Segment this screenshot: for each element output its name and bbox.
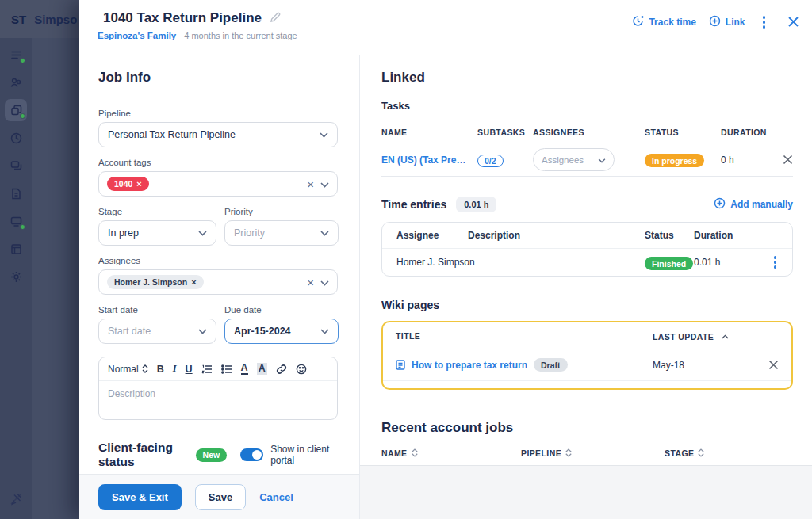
- stage-duration-note: 4 months in the current stage: [184, 31, 297, 40]
- link-label: Link: [726, 17, 745, 28]
- unpin-sidebar-button[interactable]: [9, 492, 23, 509]
- account-tags-label: Account tags: [98, 158, 338, 167]
- tasks-col-subtasks: Subtasks: [477, 128, 533, 137]
- chevron-down-icon: [198, 227, 207, 239]
- time-entry-menu-button[interactable]: [772, 254, 779, 270]
- priority-label: Priority: [224, 207, 339, 216]
- te-col-assignee: Assignee: [396, 230, 468, 241]
- chevron-down-icon: [320, 227, 329, 239]
- tasks-col-name: Name: [381, 128, 477, 137]
- top-bar: ST Simpso: [0, 0, 79, 38]
- bullet-list-icon[interactable]: [221, 364, 232, 374]
- chevron-down-icon: [598, 155, 606, 165]
- organizer-icon: [10, 242, 23, 256]
- clear-assignees-icon[interactable]: ×: [307, 277, 314, 288]
- wiki-page-link[interactable]: How to prepare tax return: [412, 360, 527, 371]
- underline-button[interactable]: U: [186, 364, 193, 375]
- more-options-button[interactable]: [758, 14, 771, 30]
- bold-button[interactable]: B: [157, 364, 164, 375]
- sidebar-item-workflow[interactable]: [5, 44, 27, 66]
- track-time-button[interactable]: Track time: [632, 15, 695, 29]
- client-account-link[interactable]: Espinoza's Family: [98, 31, 176, 40]
- modal-header: 1040 Tax Return Pipeline Espinoza's Fami…: [79, 0, 812, 55]
- time-entry-row: Homer J. Simpson Finished 0.01 h: [382, 249, 792, 276]
- task-assignees-select[interactable]: Assignees: [533, 148, 615, 171]
- close-modal-button[interactable]: [787, 16, 799, 28]
- modal-footer: Save & Exit Save Cancel: [79, 474, 359, 519]
- save-and-exit-button[interactable]: Save & Exit: [98, 484, 182, 510]
- add-manually-button[interactable]: Add manually: [714, 197, 793, 212]
- description-editor[interactable]: Normal B I U A A: [98, 357, 338, 420]
- unlink-wiki-icon[interactable]: [768, 360, 779, 370]
- unlink-task-icon[interactable]: [783, 155, 793, 165]
- sidebar-item-jobs[interactable]: [5, 99, 27, 121]
- start-date-label: Start date: [98, 305, 216, 315]
- stage-select[interactable]: In prep: [98, 220, 216, 246]
- edit-title-icon[interactable]: [270, 12, 281, 26]
- documents-icon: [10, 187, 23, 200]
- priority-select[interactable]: Priority: [224, 220, 339, 246]
- wiki-table-header: Title Last update: [383, 322, 791, 349]
- sidebar-item-clients[interactable]: [5, 71, 27, 93]
- sidebar-item-time[interactable]: [5, 127, 27, 149]
- due-date-select[interactable]: Apr-15-2024: [224, 319, 339, 344]
- rj-col-name[interactable]: Name: [381, 448, 408, 458]
- italic-button[interactable]: I: [173, 363, 177, 375]
- wiki-col-last-update[interactable]: Last update: [653, 332, 714, 342]
- app-background: ST Simpso: [0, 0, 79, 519]
- account-tag-chip[interactable]: 1040 ×: [107, 177, 149, 191]
- remove-assignee-icon[interactable]: ×: [191, 278, 196, 287]
- notification-dot: [20, 58, 25, 63]
- time-entries-total: 0.01 h: [456, 197, 496, 212]
- save-button[interactable]: Save: [195, 484, 246, 510]
- start-date-select[interactable]: Start date: [98, 319, 216, 344]
- rj-col-pipeline[interactable]: Pipeline: [521, 448, 561, 458]
- sidebar-item-chat[interactable]: [5, 155, 27, 177]
- priority-placeholder: Priority: [234, 227, 320, 239]
- sidebar-item-organizer[interactable]: [5, 238, 27, 260]
- ordered-list-icon[interactable]: [201, 364, 213, 374]
- paragraph-style-value: Normal: [108, 364, 139, 375]
- emoji-icon[interactable]: [296, 364, 307, 375]
- link-button[interactable]: Link: [709, 15, 745, 29]
- description-placeholder[interactable]: Description: [99, 381, 337, 406]
- sort-icon[interactable]: [565, 448, 572, 457]
- remove-tag-icon[interactable]: ×: [136, 180, 141, 189]
- chevron-down-icon: [320, 177, 329, 191]
- chevron-down-icon: [320, 275, 329, 289]
- pipeline-select[interactable]: Personal Tax Return Pipeline: [98, 122, 338, 147]
- cancel-button[interactable]: Cancel: [259, 491, 293, 503]
- job-info-heading: Job Info: [98, 70, 338, 86]
- text-color-button[interactable]: A: [241, 363, 248, 376]
- clear-tags-icon[interactable]: ×: [307, 178, 314, 190]
- modal-title: 1040 Tax Return Pipeline: [103, 10, 262, 26]
- subtasks-count-pill[interactable]: 0/2: [477, 155, 504, 167]
- assignee-name: Homer J. Simpson: [114, 277, 187, 287]
- time-entries-header: Assignee Description Status Duration: [382, 223, 792, 249]
- show-in-portal-toggle[interactable]: [240, 448, 263, 461]
- stage-label: Stage: [98, 207, 216, 216]
- sidebar: [0, 38, 32, 519]
- time-icon: [10, 132, 23, 145]
- assignee-chip[interactable]: Homer J. Simpson ×: [107, 275, 204, 289]
- highlight-color-button[interactable]: A: [257, 363, 267, 375]
- sidebar-item-documents[interactable]: [5, 182, 27, 204]
- start-date-placeholder: Start date: [108, 326, 198, 337]
- paragraph-style-select[interactable]: Normal: [108, 364, 148, 375]
- insert-link-icon[interactable]: [276, 364, 287, 375]
- chevron-down-icon: [198, 326, 207, 337]
- sidebar-item-proposals[interactable]: [5, 210, 27, 232]
- task-name-link[interactable]: EN (US) (Tax Prepar...: [381, 155, 477, 166]
- linked-heading: Linked: [381, 70, 793, 86]
- sort-icon[interactable]: [412, 448, 418, 457]
- sort-icon[interactable]: [698, 448, 704, 457]
- unpin-icon: [9, 495, 23, 509]
- assignees-input[interactable]: Homer J. Simpson × ×: [98, 269, 338, 295]
- rj-col-stage[interactable]: Stage: [665, 448, 694, 458]
- track-time-label: Track time: [649, 17, 695, 28]
- sidebar-item-settings[interactable]: [5, 265, 27, 288]
- client-facing-heading: Client-facing status: [98, 441, 189, 469]
- plus-circle-icon: [709, 15, 721, 29]
- sort-asc-icon[interactable]: [722, 334, 729, 339]
- account-tags-input[interactable]: 1040 × ×: [98, 171, 338, 197]
